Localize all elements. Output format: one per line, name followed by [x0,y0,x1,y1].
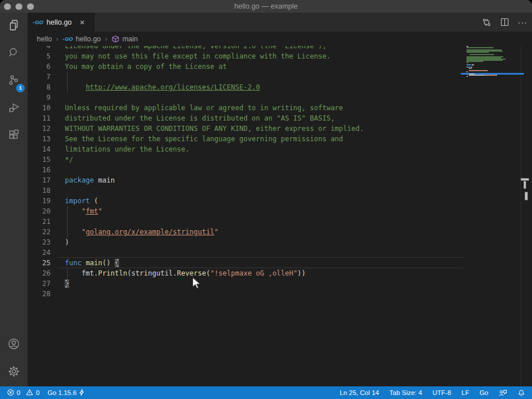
error-icon [7,389,14,397]
sidebar-item-search[interactable] [0,40,28,68]
line-number[interactable]: 8 [28,82,51,92]
line-number[interactable]: 26 [28,268,51,278]
encoding-status[interactable]: UTF-8 [433,389,452,396]
tab-close-icon[interactable]: × [80,18,85,26]
line-number[interactable]: 15 [28,154,51,165]
settings-button[interactable] [0,359,28,386]
line-number[interactable]: 28 [28,289,51,299]
language-mode-status[interactable]: Go [480,389,488,396]
go-file-icon: GO [63,36,73,42]
bolt-icon [79,389,84,397]
breadcrumb-item-hello[interactable]: hello [37,35,52,43]
breadcrumb-separator: › [105,34,107,43]
minimap-row [469,75,484,76]
gear-icon [7,365,21,381]
breadcrumb: hello › GO hello.go › main [28,32,532,46]
minimap-row [467,47,494,48]
editor-actions: ··· [481,13,527,32]
warning-icon [26,389,33,397]
line-number[interactable]: 13 [28,134,51,144]
minimap-row [467,76,468,77]
tab-size-status[interactable]: Tab Size: 4 [390,389,422,396]
overview-ruler-mark [525,192,528,200]
minimap-row [472,64,474,65]
line-number[interactable]: 10 [28,103,51,113]
line-number[interactable]: 5 [28,51,51,61]
symbol-package-icon [111,35,119,43]
cursor-position-status[interactable]: Ln 25, Col 14 [340,389,379,396]
more-actions-icon[interactable]: ··· [518,18,527,27]
extensions-icon [7,129,21,145]
line-number[interactable]: 16 [28,165,51,175]
line-number[interactable]: 25 [28,258,51,268]
line-number[interactable]: 19 [28,196,51,206]
search-icon [7,46,21,62]
tab-hello-go[interactable]: GO hello.go × [28,13,95,32]
line-number[interactable]: 20 [28,206,51,216]
breadcrumb-item-main[interactable]: main [111,35,138,43]
line-number[interactable]: 12 [28,123,51,134]
minimap-row [469,68,472,69]
tab-bar: GO hello.go × ··· [28,13,532,32]
open-changes-icon[interactable] [481,17,492,28]
line-number[interactable]: 9 [28,92,51,103]
go-file-icon: GO [33,20,43,25]
activity-bar: 1 [0,13,28,386]
go-version-status[interactable]: Go 1.15.6 [48,389,85,397]
line-number[interactable]: 17 [28,175,51,185]
sidebar-item-explorer[interactable] [0,13,28,40]
account-icon [7,337,21,353]
line-number[interactable]: 14 [28,144,51,154]
line-number[interactable]: 22 [28,227,51,237]
sidebar-item-run-debug[interactable] [0,95,28,123]
line-number[interactable]: 4 [28,46,51,51]
overview-ruler-mark [523,181,526,189]
split-editor-icon[interactable] [500,17,510,27]
line-number[interactable]: 24 [28,247,51,258]
minimap-row [467,71,468,72]
overview-ruler-border [521,46,521,386]
line-number[interactable]: 21 [28,216,51,227]
account-button[interactable] [0,331,28,359]
line-number[interactable]: 7 [28,72,51,82]
eol-status[interactable]: LF [461,389,469,396]
source-control-badge: 1 [16,84,25,92]
vscode-window: hello.go — example 1 [0,0,532,399]
line-number[interactable]: 27 [28,278,51,289]
tab-label: hello.go [47,18,72,26]
bell-icon[interactable] [518,389,525,397]
minimap-row [469,70,488,71]
run-debug-icon [7,101,21,117]
problems-status[interactable]: 0 0 [7,389,40,397]
breadcrumb-item-hello-go[interactable]: GO hello.go [63,35,101,43]
minimap-row [467,62,468,63]
titlebar: hello.go — example [0,0,532,13]
status-bar: 0 0 Go 1.15.6 Ln 25, Col 14 Tab Size: 4 … [0,386,532,399]
breadcrumb-separator: › [56,34,58,43]
minimap-row [467,64,471,65]
line-number[interactable]: 18 [28,185,51,196]
minimap-row [469,54,494,55]
minimap-row [484,75,496,76]
line-number[interactable]: 23 [28,237,51,247]
line-number[interactable]: 11 [28,113,51,123]
window-title: hello.go — example [0,0,532,13]
code-editor[interactable]: 4Licensed under the Apache License, Vers… [28,46,532,386]
line-number[interactable]: 6 [28,61,51,72]
minimap-row [496,75,497,76]
sidebar-item-source-control[interactable]: 1 [0,68,28,95]
explorer-icon [7,18,21,34]
sidebar-item-extensions[interactable] [0,123,28,150]
minimap[interactable] [463,46,521,386]
minimap-row [467,61,483,62]
minimap-row [467,52,489,53]
feedback-icon[interactable] [499,389,507,397]
